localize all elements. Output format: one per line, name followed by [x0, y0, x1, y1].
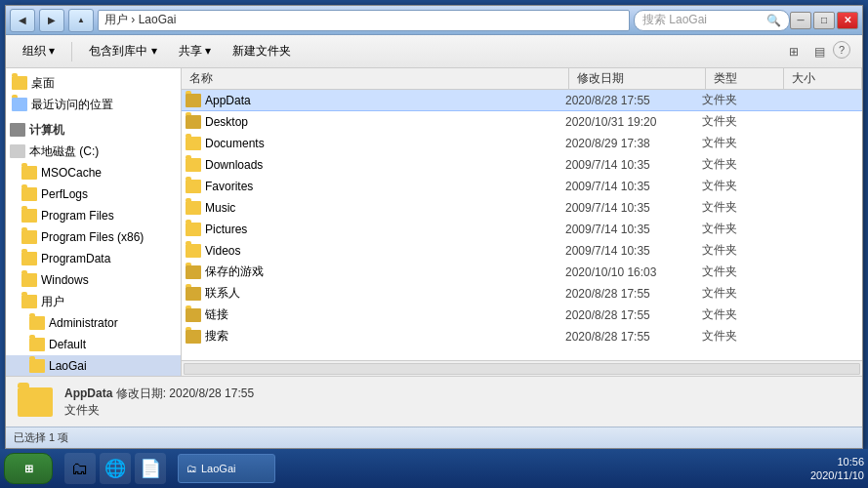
table-row[interactable]: Desktop2020/10/31 19:20文件夹: [182, 111, 862, 133]
drive-label-6: Windows: [41, 273, 89, 287]
file-name-text-4: Favorites: [205, 180, 253, 193]
table-row[interactable]: AppData2020/8/28 17:55文件夹: [182, 90, 862, 111]
sidebar-item-drive-5[interactable]: ProgramData: [6, 248, 181, 269]
folder-icon-11: [186, 330, 201, 344]
taskbar-apps: 🗂 🌐 📄: [64, 453, 166, 484]
address-bar[interactable]: 用户 › LaoGai: [98, 10, 630, 31]
table-row[interactable]: 保存的游戏2020/10/10 16:03文件夹: [182, 262, 862, 283]
col-header-size[interactable]: 大小: [784, 68, 862, 89]
sidebar-item-drive-7[interactable]: 用户: [6, 291, 181, 312]
file-type-6: 文件夹: [702, 221, 780, 237]
taskbar-app-doc[interactable]: 📄: [135, 453, 166, 484]
sidebar-item-drive-8[interactable]: Administrator: [6, 312, 181, 334]
sidebar-drives: 本地磁盘 (C:)MSOCachePerfLogsProgram FilesPr…: [6, 141, 181, 376]
file-name-10: 链接: [186, 306, 565, 323]
up-button[interactable]: ▲: [68, 9, 94, 32]
drive-label-9: Default: [49, 338, 86, 351]
taskbar-right: 10:56 2020/11/10: [810, 455, 864, 483]
include-library-button[interactable]: 包含到库中 ▾: [80, 39, 165, 64]
sidebar-item-drive-0[interactable]: 本地磁盘 (C:): [6, 141, 181, 162]
maximize-button[interactable]: □: [813, 12, 835, 29]
table-row[interactable]: Pictures2009/7/14 10:35文件夹: [182, 219, 862, 240]
file-date-1: 2020/10/31 19:20: [565, 115, 702, 129]
drive-icon-1: [21, 166, 37, 180]
breadcrumb: 用户 › LaoGai: [104, 12, 176, 28]
sidebar-item-recent[interactable]: 最近访问的位置: [6, 94, 181, 115]
folder-icon-9: [186, 287, 201, 301]
start-button[interactable]: ⊞: [4, 453, 53, 484]
sidebar-item-drive-1[interactable]: MSOCache: [6, 162, 181, 183]
table-row[interactable]: Music2009/7/14 10:35文件夹: [182, 197, 862, 219]
favorites-section: 桌面 最近访问的位置: [6, 72, 181, 115]
file-type-10: 文件夹: [702, 306, 780, 323]
file-type-5: 文件夹: [702, 199, 780, 216]
taskbar-window-label: LaoGai: [201, 463, 235, 474]
forward-button[interactable]: ▶: [39, 9, 64, 32]
explorer-window: ◀ ▶ ▲ 用户 › LaoGai 搜索 LaoGai 🔍 ─ □ ✕ 组织 ▾: [5, 5, 863, 449]
bottom-info: AppData 修改日期: 2020/8/28 17:55 文件夹: [6, 376, 862, 427]
taskbar-app-chrome[interactable]: 🌐: [100, 453, 131, 484]
sidebar-item-desktop[interactable]: 桌面: [6, 72, 181, 94]
folder-icon-3: [186, 158, 201, 172]
file-name-7: Videos: [186, 244, 565, 258]
back-button[interactable]: ◀: [10, 9, 35, 32]
file-name-2: Documents: [186, 137, 565, 150]
close-button[interactable]: ✕: [837, 12, 858, 29]
clock-time: 10:56: [810, 455, 864, 468]
file-name-text-5: Music: [205, 201, 235, 215]
sidebar-item-drive-10[interactable]: LaoGai: [6, 355, 181, 376]
table-row[interactable]: Documents2020/8/29 17:38文件夹: [182, 133, 862, 154]
horizontal-scrollbar[interactable]: [182, 360, 862, 376]
table-row[interactable]: Videos2009/7/14 10:35文件夹: [182, 240, 862, 262]
file-type-4: 文件夹: [702, 178, 780, 194]
table-row[interactable]: 链接2020/8/28 17:55文件夹: [182, 305, 862, 326]
file-name-9: 联系人: [186, 285, 565, 302]
col-header-date[interactable]: 修改日期: [569, 68, 706, 89]
minimize-button[interactable]: ─: [790, 12, 811, 29]
breadcrumb-users: 用户 › LaoGai: [104, 12, 176, 28]
selected-file-info: AppData 修改日期: 2020/8/28 17:55 文件夹: [64, 386, 254, 419]
folder-icon-4: [186, 180, 201, 193]
file-date-3: 2009/7/14 10:35: [565, 158, 702, 172]
view-list-button[interactable]: ▤: [807, 41, 831, 62]
sidebar-item-drive-9[interactable]: Default: [6, 334, 181, 355]
file-date-10: 2020/8/28 17:55: [565, 308, 702, 322]
view-grid-button[interactable]: ⊞: [782, 41, 806, 62]
sidebar-item-drive-4[interactable]: Program Files (x86): [6, 226, 181, 248]
table-row[interactable]: 联系人2020/8/28 17:55文件夹: [182, 283, 862, 305]
sidebar-item-drive-2[interactable]: PerfLogs: [6, 183, 181, 205]
taskbar-window-icon: 🗂: [186, 463, 197, 474]
file-date-7: 2009/7/14 10:35: [565, 244, 702, 258]
file-name-text-0: AppData: [205, 94, 251, 107]
computer-label: 计算机: [29, 122, 64, 139]
file-date-0: 2020/8/28 17:55: [565, 94, 702, 107]
file-type-3: 文件夹: [702, 156, 780, 173]
file-name-6: Pictures: [186, 223, 565, 236]
drive-icon-5: [21, 252, 37, 265]
col-header-type[interactable]: 类型: [706, 68, 784, 89]
search-bar[interactable]: 搜索 LaoGai 🔍: [634, 10, 790, 31]
share-button[interactable]: 共享 ▾: [170, 39, 220, 64]
sidebar-item-drive-6[interactable]: Windows: [6, 269, 181, 291]
col-header-name[interactable]: 名称: [182, 68, 569, 89]
organize-button[interactable]: 组织 ▾: [14, 39, 63, 64]
table-row[interactable]: Downloads2009/7/14 10:35文件夹: [182, 154, 862, 176]
file-type-8: 文件夹: [702, 264, 780, 280]
file-date-2: 2020/8/29 17:38: [565, 137, 702, 150]
drive-icon-3: [21, 209, 37, 223]
table-row[interactable]: Favorites2009/7/14 10:35文件夹: [182, 176, 862, 197]
drive-icon-8: [29, 316, 45, 330]
taskbar: ⊞ 🗂 🌐 📄 🗂 LaoGai 10:56 2020/11/10: [0, 449, 868, 488]
file-list: AppData2020/8/28 17:55文件夹Desktop2020/10/…: [182, 90, 862, 360]
taskbar-active-window[interactable]: 🗂 LaoGai: [178, 454, 275, 483]
new-folder-button[interactable]: 新建文件夹: [224, 39, 300, 64]
help-button[interactable]: ?: [833, 41, 850, 59]
file-name-text-11: 搜索: [205, 328, 228, 345]
sidebar-item-drive-3[interactable]: Program Files: [6, 205, 181, 226]
table-row[interactable]: 搜索2020/8/28 17:55文件夹: [182, 326, 862, 347]
computer-group: 计算机: [6, 119, 181, 141]
taskbar-app-filemanager[interactable]: 🗂: [64, 453, 96, 484]
search-icon: 🔍: [766, 14, 781, 27]
sidebar: 桌面 最近访问的位置 计算机 本地磁盘 (C:)MSOCachePerfLogs…: [6, 68, 182, 376]
file-date-5: 2009/7/14 10:35: [565, 201, 702, 215]
